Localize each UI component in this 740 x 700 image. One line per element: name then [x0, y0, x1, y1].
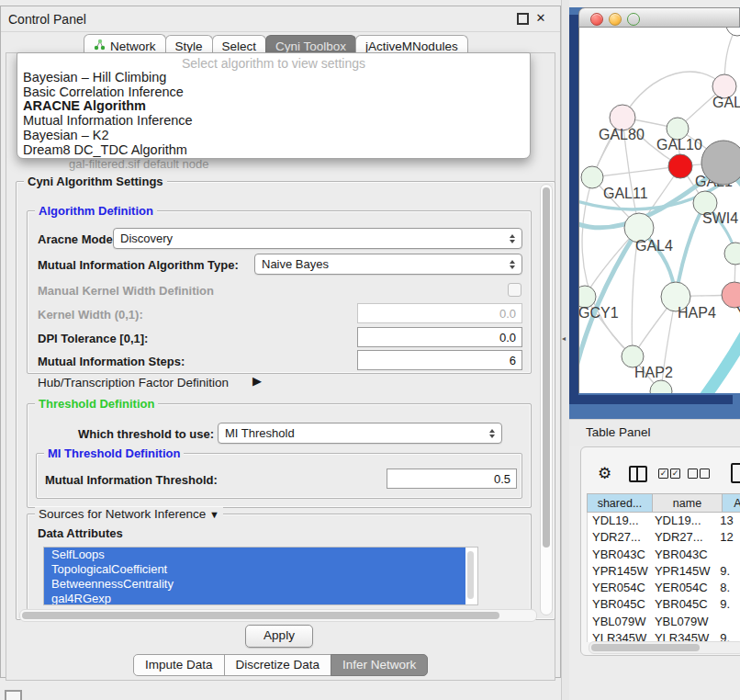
hub-expand-arrow-icon[interactable]: ▶ [252, 374, 262, 388]
aracne-mode-combobox[interactable]: Discovery [113, 228, 522, 249]
bottom-tab-impute-data[interactable]: Impute Data [133, 654, 225, 676]
which-threshold-combobox[interactable]: MI Threshold [218, 423, 502, 444]
table-row[interactable]: YBR043CYBR043C [588, 547, 740, 563]
apply-button[interactable]: Apply [245, 625, 313, 648]
table-cell: YBR045C [650, 596, 715, 613]
float-window-icon[interactable] [517, 13, 529, 25]
bottom-tab-discretize-data[interactable]: Discretize Data [224, 654, 332, 676]
sources-group-title: Sources for Network Inference ▼ [35, 507, 223, 521]
panel-divider[interactable] [561, 0, 569, 700]
select-all-checkbox-icon[interactable]: ✓ [658, 469, 668, 479]
attribute-list-item[interactable]: TopologicalCoefficient [44, 562, 465, 577]
network-edge[interactable] [592, 166, 680, 177]
node-label: GCY1 [579, 305, 619, 321]
table-cell: YBR043C [650, 547, 715, 563]
table-cell: YPR145W [588, 563, 650, 580]
table-cell: YBR043C [588, 547, 650, 563]
table-body: YDL19...YDL19...13YDR27...YDR27...12YBR0… [587, 513, 740, 642]
mi-algorithm-type-combobox[interactable]: Naive Bayes [254, 254, 522, 275]
close-traffic-light-icon[interactable] [590, 13, 603, 26]
node-label: GAL4 [635, 238, 673, 254]
column-header[interactable]: name [653, 493, 723, 513]
network-node[interactable] [701, 141, 740, 185]
collapsed-panel-icon[interactable] [5, 690, 22, 700]
split-columns-icon[interactable] [629, 466, 647, 482]
kernel-width-input[interactable] [357, 303, 522, 323]
mi-threshold-input[interactable] [387, 469, 517, 489]
which-threshold-label: Which threshold to use: [78, 427, 214, 441]
algorithm-option[interactable]: Mutual Information Inference [17, 114, 530, 129]
new-table-icon[interactable] [731, 463, 740, 483]
attribute-list-item[interactable]: BetweennessCentrality [44, 577, 465, 592]
mi-steps-input[interactable] [357, 350, 522, 370]
node-label: SWI4 [702, 210, 738, 226]
close-icon[interactable]: ✕ [535, 13, 546, 24]
control-panel-titlebar: Control Panel ✕ [1, 6, 560, 32]
table-cell [715, 614, 740, 630]
algorithm-option[interactable]: Basic Correlation Inference [17, 85, 530, 100]
deselect-all-checkbox-icon[interactable] [688, 469, 698, 479]
table-row[interactable]: YPR145WYPR145W9. [588, 563, 740, 580]
sources-collapse-arrow-icon[interactable]: ▼ [209, 509, 219, 520]
table-cell: YDR27... [650, 529, 715, 546]
network-view-window[interactable]: GALGAL80GAL10GAL1GAL11SWI4GAL4GCY1HAP4YH… [578, 7, 740, 395]
table-cell: YBL079W [650, 614, 715, 630]
divider-collapse-icon[interactable]: ◂ [562, 334, 566, 343]
table-row[interactable]: YDL19...YDL19...13 [588, 513, 740, 529]
cyni-algorithm-settings-title: Cyni Algorithm Settings [24, 175, 167, 188]
settings-vertical-scrollbar-thumb[interactable] [543, 187, 550, 548]
network-edge[interactable] [622, 72, 724, 118]
network-graph[interactable]: GALGAL80GAL10GAL1GAL11SWI4GAL4GCY1HAP4YH… [579, 28, 740, 393]
settings-vertical-scrollbar[interactable] [540, 184, 553, 615]
attribute-list-item[interactable]: gal4RGexp [44, 592, 465, 605]
node-label: GAL11 [603, 186, 648, 201]
network-tab-icon [94, 39, 106, 53]
deselect-all-checkbox-icon[interactable] [700, 469, 710, 479]
table-card: ⚙ ✓ ✓ shared...nameA YDL19...YDL19...13Y… [580, 446, 740, 656]
algorithm-dropdown-items: Bayesian – Hill ClimbingBasic Correlatio… [17, 71, 530, 157]
algorithm-option[interactable]: Bayesian – K2 [17, 129, 530, 143]
node-label: Y [736, 305, 740, 321]
mi-threshold-group-title: MI Threshold Definition [44, 446, 184, 460]
mi-threshold-label: Mutual Information Threshold: [45, 473, 218, 487]
algorithm-option[interactable]: Dream8 DC_TDC Algorithm [17, 143, 530, 158]
bottom-tab-infer-network[interactable]: Infer Network [331, 654, 428, 676]
network-node[interactable] [726, 28, 740, 36]
table-horizontal-scrollbar[interactable] [589, 641, 740, 654]
table-row[interactable]: YBR045CYBR045C9. [588, 596, 740, 613]
column-header[interactable]: A [723, 493, 740, 513]
network-edge[interactable] [685, 326, 740, 393]
network-node-y[interactable] [722, 282, 740, 308]
data-attributes-list[interactable]: SelfLoopsTopologicalCoefficientBetweenne… [43, 547, 478, 605]
which-threshold-value: MI Threshold [225, 426, 295, 440]
dpi-tolerance-input[interactable] [357, 327, 522, 347]
algorithm-option[interactable]: ARACNE Algorithm [17, 99, 530, 114]
data-table-combo-fragment: gal-filtered.sif default node [69, 157, 208, 171]
tab-label: Network [110, 40, 156, 53]
attributes-list-scrollbar-thumb[interactable] [467, 551, 474, 599]
mi-steps-label: Mutual Information Steps: [38, 355, 185, 368]
dpi-tolerance-label: DPI Tolerance [0,1]: [38, 332, 148, 345]
zoom-traffic-light-icon[interactable] [627, 13, 640, 26]
column-header[interactable]: shared... [587, 493, 653, 513]
settings-horizontal-scrollbar[interactable] [19, 609, 537, 622]
network-node[interactable] [724, 243, 740, 265]
network-node-gal11[interactable] [581, 166, 603, 188]
algorithm-option[interactable]: Bayesian – Hill Climbing [17, 71, 530, 85]
table-row[interactable]: YER054CYER054C8. [588, 580, 740, 596]
network-node-gal1[interactable] [668, 154, 692, 178]
minimize-traffic-light-icon[interactable] [609, 13, 622, 26]
table-row[interactable]: YDR27...YDR27...12 [588, 529, 740, 546]
table-row[interactable]: YBL079WYBL079W [588, 614, 740, 630]
node-label: HAP2 [634, 365, 673, 380]
manual-kernel-width-checkbox[interactable] [508, 283, 521, 297]
attribute-list-item[interactable]: SelfLoops [44, 548, 465, 562]
network-window-titlebar[interactable] [578, 7, 740, 28]
network-canvas[interactable]: GALGAL80GAL10GAL1GAL11SWI4GAL4GCY1HAP4YH… [578, 28, 740, 393]
combo-arrows-icon [510, 234, 515, 243]
table-horizontal-scrollbar-thumb[interactable] [591, 644, 700, 651]
settings-horizontal-scrollbar-thumb[interactable] [22, 612, 499, 619]
gear-icon[interactable]: ⚙ [598, 464, 611, 483]
select-all-checkbox-icon[interactable]: ✓ [670, 469, 680, 479]
node-label: GAL80 [599, 127, 645, 142]
